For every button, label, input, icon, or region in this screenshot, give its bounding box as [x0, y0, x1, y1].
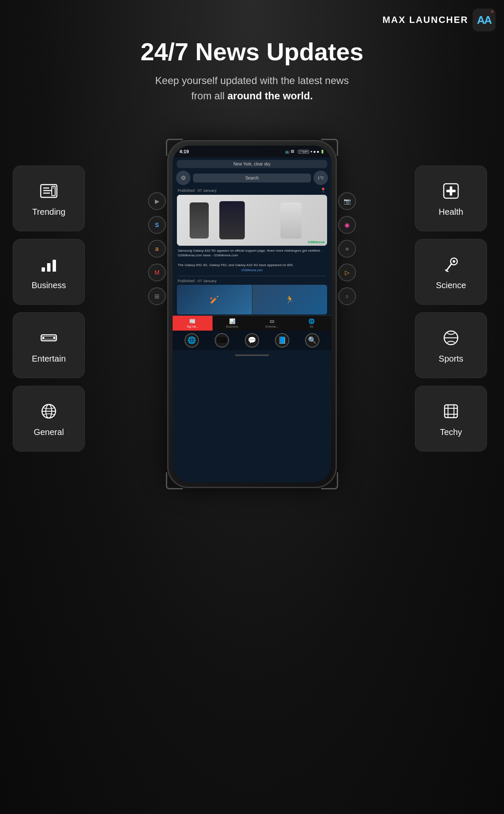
tab-top-headlines[interactable]: 📰 Top He...: [173, 316, 213, 331]
tab-entertain[interactable]: 🎟 Entertai...: [252, 316, 292, 331]
category-card-techy[interactable]: Techy: [415, 386, 487, 452]
category-card-general[interactable]: General: [13, 386, 85, 452]
tab-business[interactable]: 📊 Business: [213, 316, 252, 331]
sports-label: Sports: [439, 354, 463, 364]
science-icon: [440, 253, 462, 275]
header-section: 24/7 News Updates Keep yourself updated …: [0, 38, 504, 104]
news-image-1: GSM4rena: [177, 195, 327, 246]
side-btn-colors[interactable]: ⊕: [338, 240, 356, 258]
side-buttons-left: ▶ S a M ⊞: [148, 192, 166, 305]
side-btn-calc[interactable]: ±: [338, 287, 356, 305]
main-layout: Trending Business: [0, 140, 504, 814]
top-bar: MAX LAUNCHER AA ✕: [383, 8, 496, 31]
category-card-sports[interactable]: Sports: [415, 312, 487, 378]
techy-icon: [440, 400, 462, 422]
tab-entertain-icon: 🎟: [269, 318, 274, 324]
svg-point-10: [42, 337, 45, 339]
app-icon-google[interactable]: 🌐: [185, 333, 199, 348]
svg-rect-8: [53, 260, 56, 272]
science-label: Science: [436, 281, 466, 290]
status-icons: 📺🖼 V°WiFi ▾■■🔋: [285, 150, 325, 154]
svg-rect-26: [445, 405, 457, 418]
side-btn-m[interactable]: M: [148, 264, 166, 281]
app-icon-keyboard[interactable]: ⌨: [215, 333, 229, 348]
search-placeholder: Search: [245, 176, 259, 180]
weather-text: New York, clear sky: [233, 162, 270, 166]
news1-body: The Galaxy A52 4G, Galaxy F62, and Galax…: [178, 263, 326, 267]
tab-business-icon: 📊: [229, 318, 235, 324]
app-icon: AA ✕: [473, 8, 496, 31]
published-date-2: Published : 07 January: [178, 279, 217, 283]
side-btn-s[interactable]: S: [148, 216, 166, 234]
svg-point-21: [453, 260, 455, 263]
phone-image-mid: [219, 201, 245, 239]
side-btn-youtube[interactable]: ▶: [148, 192, 166, 210]
bottom-tabs: 📰 Top He... 📊 Business 🎟 Entertai...: [173, 315, 331, 331]
entertain-icon: [38, 327, 60, 349]
search-box[interactable]: Search: [193, 174, 311, 182]
category-card-science[interactable]: Science: [415, 239, 487, 305]
svg-point-11: [53, 337, 56, 339]
app-icon-letters: AA: [477, 14, 491, 27]
category-card-trending[interactable]: Trending: [13, 166, 85, 231]
phone-image-right: [280, 202, 302, 239]
phone-image-left: [190, 202, 209, 239]
news1-title: Samsung Galaxy A32 5G appears on officia…: [178, 248, 326, 258]
tab-top-headlines-icon: 📰: [189, 318, 196, 324]
category-card-business[interactable]: Business: [13, 239, 85, 305]
side-btn-play[interactable]: ▷: [338, 264, 356, 281]
side-btn-camera[interactable]: 📷: [338, 192, 356, 210]
right-panel: Health Science: [415, 140, 504, 452]
news-image-2: 🏏 🏃: [177, 285, 327, 314]
news-separator: [178, 276, 326, 276]
left-panel: Trending Business: [0, 140, 89, 452]
phone-screen: 4:19 📺🖼 V°WiFi ▾■■🔋 New York, clear sky: [173, 146, 331, 483]
header-subtitle: Keep yourself updated with the latest ne…: [34, 73, 470, 104]
status-time: 4:19: [179, 149, 189, 154]
sports-icon: [440, 327, 462, 349]
app-icon-facebook[interactable]: 📘: [275, 333, 289, 348]
search-row: ⚙ Search 1°C: [173, 171, 331, 185]
svg-rect-6: [42, 267, 45, 272]
header-subtitle-bold: around the world.: [227, 90, 313, 101]
business-icon: [38, 253, 60, 275]
home-bar: [235, 354, 269, 356]
tab-general[interactable]: 🌐 Ge: [292, 316, 332, 331]
svg-line-23: [445, 270, 448, 272]
news-watermark: GSM4rena: [308, 240, 325, 244]
cricket-img-left: 🏏: [177, 285, 252, 314]
business-label: Business: [31, 281, 66, 290]
general-icon: [38, 400, 60, 422]
tab-business-label: Business: [226, 325, 238, 328]
weather-bar: New York, clear sky: [177, 160, 327, 168]
general-label: General: [34, 427, 64, 437]
app-icon-whatsapp[interactable]: 💬: [245, 333, 259, 348]
phone-mockup: ▶ S a M ⊞ 📷 ◉ ⊕ ▷ ± 4:19: [167, 140, 337, 488]
side-btn-instagram[interactable]: ◉: [338, 216, 356, 234]
phone-container: ▶ S a M ⊞ 📷 ◉ ⊕ ▷ ± 4:19: [89, 140, 415, 488]
side-btn-a[interactable]: a: [148, 240, 166, 258]
published-row-2: Published : 07 January: [173, 278, 331, 284]
category-card-entertain[interactable]: Entertain: [13, 312, 85, 378]
svg-rect-27: [448, 408, 454, 414]
trending-icon: [38, 180, 60, 202]
svg-rect-7: [47, 263, 50, 272]
cricket-img-right: 🏃: [252, 285, 328, 314]
side-buttons-right: 📷 ◉ ⊕ ▷ ±: [338, 192, 356, 305]
side-btn-grid[interactable]: ⊞: [148, 287, 166, 305]
published-row-1: Published : 07 January 📍: [173, 187, 331, 194]
tab-entertain-label: Entertai...: [266, 325, 278, 328]
app-icon-search[interactable]: 🔍: [305, 333, 319, 348]
phone-notch: [231, 146, 273, 155]
app-title: MAX LAUNCHER: [383, 14, 468, 25]
tab-general-label: Ge: [310, 325, 314, 328]
health-label: Health: [439, 207, 463, 217]
app-bar: 🌐 ⌨ 💬 📘 🔍: [173, 331, 331, 350]
temperature-display: 1°C: [314, 171, 328, 185]
temp-value: 1°C: [317, 176, 324, 180]
category-card-health[interactable]: Health: [415, 166, 487, 231]
svg-rect-19: [446, 190, 456, 192]
location-pin-icon: 📍: [320, 188, 326, 193]
svg-line-22: [446, 264, 451, 271]
gear-button[interactable]: ⚙: [176, 171, 190, 185]
